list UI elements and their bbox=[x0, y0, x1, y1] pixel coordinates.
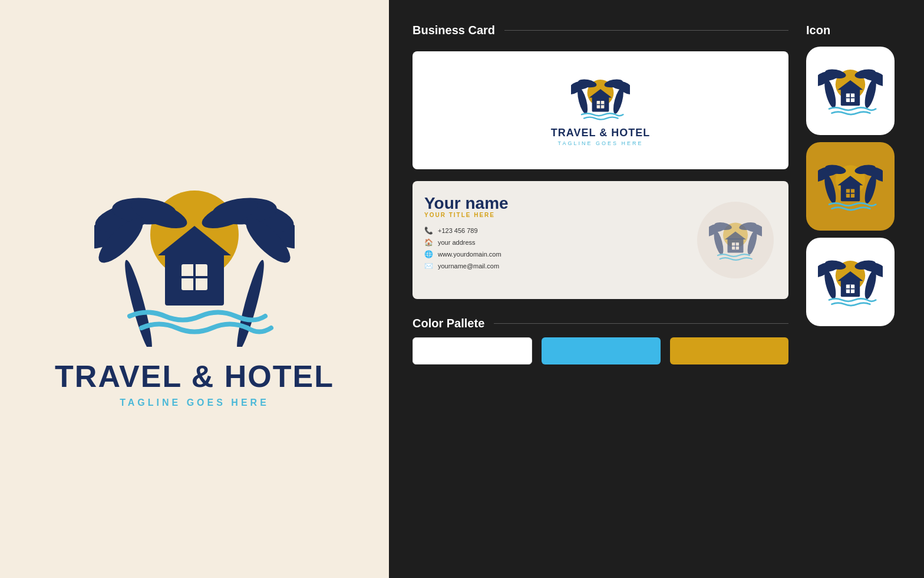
left-panel: TRAVEL & HOTEL TAGLINE GOES HERE bbox=[0, 0, 389, 578]
icon-section-title: Icon bbox=[806, 24, 830, 37]
business-card-header: Business Card bbox=[412, 24, 788, 37]
svg-rect-45 bbox=[732, 245, 739, 247]
card-website-value: www.yourdomain.com bbox=[438, 251, 501, 258]
svg-rect-31 bbox=[597, 104, 605, 105]
globe-icon: 🌐 bbox=[424, 250, 433, 258]
card-back-circle bbox=[697, 202, 774, 278]
svg-rect-59 bbox=[846, 97, 854, 98]
phone-icon: 📞 bbox=[424, 226, 433, 235]
color-palette-header: Color Pallete bbox=[412, 317, 788, 330]
icon-box-gold bbox=[806, 142, 895, 231]
business-card-title: Business Card bbox=[412, 24, 495, 37]
icon-section: Icon bbox=[806, 24, 900, 560]
tagline-main: TAGLINE GOES HERE bbox=[120, 398, 269, 408]
palette-divider bbox=[494, 323, 788, 324]
card-name: Your name bbox=[424, 195, 694, 212]
svg-point-1 bbox=[121, 258, 157, 347]
business-card-front: TRAVEL & HOTEL TAGLINE GOES HERE bbox=[412, 51, 788, 169]
card-front-logo bbox=[571, 75, 630, 122]
svg-rect-73 bbox=[846, 193, 854, 194]
brand-name-main: TRAVEL & HOTEL bbox=[55, 361, 334, 392]
main-logo: TRAVEL & HOTEL TAGLINE GOES HERE bbox=[55, 170, 334, 408]
icon-gold-svg bbox=[818, 160, 883, 213]
icon-white2-svg bbox=[818, 255, 883, 308]
card-front-tagline: TAGLINE GOES HERE bbox=[558, 140, 644, 146]
card-website: 🌐 www.yourdomain.com bbox=[424, 250, 694, 258]
logo-svg bbox=[94, 170, 295, 347]
icon-section-header: Icon bbox=[806, 24, 900, 37]
card-title: YOUR TITLE HERE bbox=[424, 212, 694, 218]
section-divider bbox=[504, 30, 788, 31]
svg-rect-87 bbox=[846, 288, 854, 290]
card-address: 🏠 your address bbox=[424, 238, 694, 247]
swatch-blue bbox=[542, 337, 660, 364]
card-email-value: yourname@mail.com bbox=[438, 262, 499, 270]
business-card-back: Your name YOUR TITLE HERE 📞 +123 456 789… bbox=[412, 181, 788, 299]
right-panel: Business Card bbox=[389, 0, 924, 578]
svg-rect-17 bbox=[182, 276, 207, 278]
color-palette-title: Color Pallete bbox=[412, 317, 484, 330]
logo-graphic bbox=[94, 170, 295, 347]
right-main-content: Business Card bbox=[412, 24, 788, 560]
icon-box-white bbox=[806, 47, 895, 135]
swatch-white bbox=[412, 337, 532, 364]
card-phone: 📞 +123 456 789 bbox=[424, 226, 694, 235]
card-front-logo-svg bbox=[571, 75, 630, 122]
card-back-logo bbox=[694, 195, 777, 285]
card-phone-value: +123 456 789 bbox=[438, 227, 478, 234]
card-address-value: your address bbox=[438, 239, 476, 246]
card-back-info: Your name YOUR TITLE HERE 📞 +123 456 789… bbox=[424, 195, 694, 285]
icon-box-white2 bbox=[806, 238, 895, 326]
card-email: ✉️ yourname@mail.com bbox=[424, 262, 694, 270]
color-palette-section: Color Pallete bbox=[412, 317, 788, 364]
card-front-brand: TRAVEL & HOTEL bbox=[551, 127, 650, 139]
icon-white-svg bbox=[818, 64, 883, 117]
palette-swatches bbox=[412, 337, 788, 364]
home-icon: 🏠 bbox=[424, 238, 433, 247]
swatch-gold bbox=[670, 337, 788, 364]
email-icon: ✉️ bbox=[424, 262, 433, 270]
card-back-logo-svg bbox=[709, 218, 762, 262]
